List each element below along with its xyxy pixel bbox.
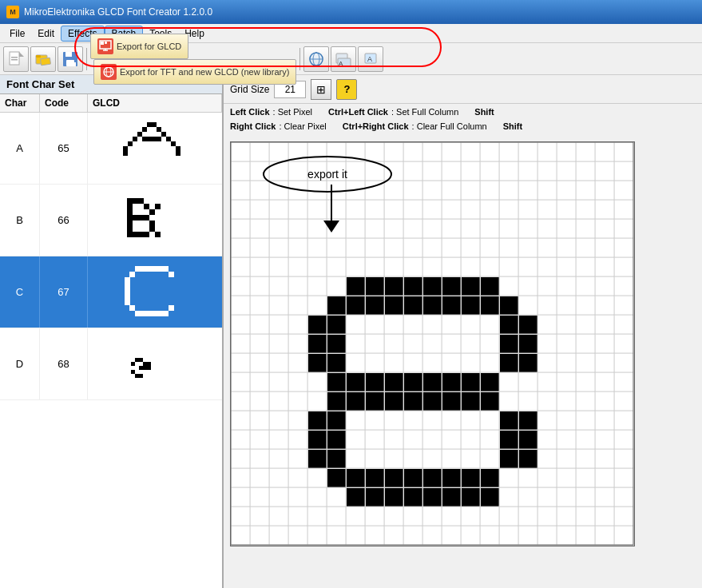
pixel-canvas[interactable] <box>230 141 635 546</box>
svg-rect-28 <box>147 122 152 127</box>
svg-rect-68 <box>135 266 141 272</box>
svg-marker-1 <box>19 52 24 57</box>
svg-rect-63 <box>138 232 144 237</box>
svg-rect-53 <box>127 215 133 220</box>
export-glcd-label: Export for GLCD <box>117 42 181 51</box>
svg-rect-32 <box>137 132 142 137</box>
svg-rect-99 <box>139 374 143 378</box>
char-c-label: C <box>0 256 40 328</box>
export-tft-label: Export for TFT and new GLCD (new library… <box>120 67 289 77</box>
new-button[interactable] <box>3 46 29 72</box>
char-row-d[interactable]: D 68 <box>0 328 222 400</box>
window-title: MikroElektronika GLCD Font Creator 1.2.0… <box>24 6 212 18</box>
svg-rect-73 <box>163 266 169 272</box>
svg-rect-84 <box>146 311 152 316</box>
char-row-c[interactable]: C 67 <box>0 256 222 328</box>
right-panel: Grid Size ⊞ ? Left Click : Set Pixel Ctr… <box>224 75 702 588</box>
export-tft-icon <box>101 64 117 80</box>
svg-rect-90 <box>139 358 143 362</box>
svg-rect-62 <box>133 232 138 237</box>
svg-rect-50 <box>144 204 149 209</box>
font-panel-header: Char Code GLCD <box>0 94 222 113</box>
grid-area: export it <box>224 137 702 588</box>
svg-rect-95 <box>143 366 147 370</box>
grid-size-label: Grid Size <box>230 84 269 95</box>
svg-rect-46 <box>127 198 133 204</box>
svg-rect-65 <box>155 204 161 209</box>
char-c-glyph <box>88 259 222 325</box>
svg-rect-78 <box>125 288 130 294</box>
title-bar: M MikroElektronika GLCD Font Creator 1.2… <box>0 0 702 24</box>
svg-rect-92 <box>143 362 147 366</box>
svg-rect-76 <box>125 277 130 283</box>
svg-rect-36 <box>147 137 152 141</box>
save-button[interactable] <box>58 46 83 72</box>
svg-rect-40 <box>128 141 133 146</box>
open-button[interactable] <box>30 46 56 72</box>
forward-button[interactable]: A <box>358 46 383 72</box>
toolbar-sep-1 <box>86 48 87 70</box>
char-d-glyph <box>88 331 222 397</box>
svg-rect-97 <box>131 370 135 374</box>
svg-rect-3 <box>11 59 18 61</box>
svg-rect-13 <box>105 42 107 44</box>
app-icon: M <box>6 6 19 18</box>
menu-edit[interactable]: Edit <box>31 26 61 41</box>
grid-toggle-button[interactable]: ⊞ <box>311 79 331 100</box>
svg-rect-49 <box>127 204 133 209</box>
svg-rect-56 <box>144 215 149 220</box>
export-area: Export for GLCD Export for TFT and new G… <box>90 34 296 85</box>
svg-text:A: A <box>339 60 343 67</box>
svg-rect-8 <box>65 52 72 57</box>
back-button[interactable]: A <box>331 46 356 72</box>
svg-point-22 <box>310 53 323 66</box>
svg-rect-45 <box>176 151 180 156</box>
menu-file[interactable]: File <box>3 26 31 41</box>
toolbar: Export for GLCD Export for TFT and new G… <box>0 43 702 75</box>
help-button[interactable]: ? <box>336 79 357 100</box>
svg-rect-31 <box>157 127 161 132</box>
char-row-a[interactable]: A 65 <box>0 113 222 185</box>
svg-rect-38 <box>157 137 161 141</box>
export-glcd-button[interactable]: Export for GLCD <box>90 34 188 59</box>
svg-rect-34 <box>133 137 137 141</box>
svg-rect-94 <box>139 366 143 370</box>
main-area: Font Char Set Char Code GLCD A 65 <box>0 75 702 588</box>
svg-rect-52 <box>149 209 155 215</box>
svg-rect-72 <box>157 266 163 272</box>
svg-rect-75 <box>169 272 174 277</box>
shortcut-shift-2: Shift <box>503 120 522 134</box>
svg-rect-77 <box>125 283 130 288</box>
svg-rect-91 <box>131 362 135 366</box>
annotation-svg <box>272 137 511 141</box>
svg-rect-88 <box>169 305 174 311</box>
svg-rect-57 <box>127 220 133 226</box>
svg-rect-54 <box>133 215 138 220</box>
web-button[interactable] <box>303 46 329 72</box>
svg-rect-80 <box>125 300 130 305</box>
svg-rect-42 <box>123 146 128 151</box>
svg-rect-43 <box>176 146 180 151</box>
svg-rect-55 <box>138 215 144 220</box>
toolbar-sep-2 <box>299 48 300 70</box>
svg-rect-87 <box>163 311 169 316</box>
svg-rect-93 <box>147 362 151 366</box>
svg-rect-85 <box>152 311 157 316</box>
svg-rect-51 <box>127 209 133 215</box>
char-a-label: A <box>0 113 40 184</box>
svg-rect-64 <box>144 232 149 237</box>
svg-text:A: A <box>367 55 372 63</box>
shortcut-row-1: Left Click : Set Pixel Ctrl+Left Click :… <box>230 105 696 120</box>
shortcut-row-2: Right Click : Clear Pixel Ctrl+Right Cli… <box>230 120 696 134</box>
svg-rect-47 <box>133 198 138 204</box>
svg-rect-2 <box>11 57 18 58</box>
svg-rect-61 <box>127 232 133 237</box>
char-row-b[interactable]: B 66 <box>0 185 222 256</box>
col-char-header: Char <box>0 94 40 112</box>
export-tft-button[interactable]: Export for TFT and new GLCD (new library… <box>93 59 296 85</box>
svg-rect-41 <box>171 141 176 146</box>
pixel-grid-container <box>230 141 696 546</box>
shortcut-shift-1: Shift <box>474 105 494 120</box>
col-code-header: Code <box>40 94 88 112</box>
char-d-label: D <box>0 328 40 399</box>
